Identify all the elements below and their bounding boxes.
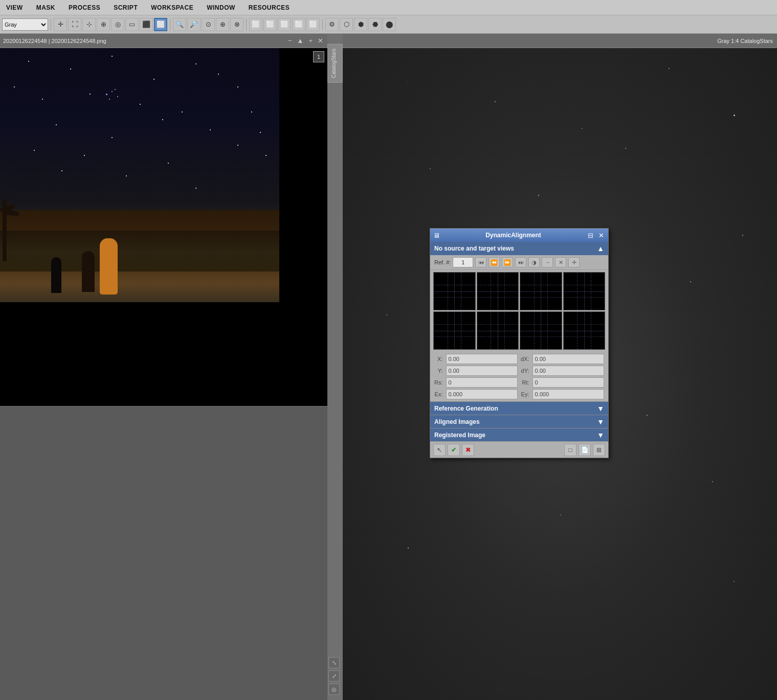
toolbar-zoom-1-btn[interactable]: ⊙: [202, 18, 215, 31]
registered-image-header[interactable]: Registered Image ▼: [430, 428, 608, 441]
left-expand-btn[interactable]: ▲: [296, 37, 305, 44]
toolbar-zoom-3-btn[interactable]: ⊗: [230, 18, 243, 31]
dialog-minimize-btn[interactable]: ⊟: [587, 232, 594, 239]
side-resize-icon-2[interactable]: ⤢: [328, 670, 340, 682]
left-panel-bottom: [0, 406, 327, 700]
ref-arrow-btn[interactable]: →: [542, 257, 553, 267]
toolbar-fullscreen-btn[interactable]: ⛶: [68, 18, 81, 31]
side-resize-icon-1[interactable]: ⤡: [328, 657, 340, 668]
menu-process[interactable]: PROCESS: [66, 3, 102, 12]
toolbar-center-btn[interactable]: ⊕: [97, 18, 110, 31]
dialog-title-icon: 🖥: [433, 232, 440, 239]
toolbar-sep-2: [170, 18, 170, 31]
toolbar-sep-3: [246, 18, 247, 31]
toolbar-target-btn[interactable]: ◎: [111, 18, 124, 31]
toolbar-zoom-out-btn[interactable]: 🔎: [187, 18, 201, 31]
rt-label: Rt:: [521, 379, 529, 386]
y-label: Y:: [434, 368, 443, 374]
figure-orange-jacket: [100, 238, 118, 295]
grid-cell-1: [433, 272, 476, 310]
menubar: VIEW MASK PROCESS SCRIPT WORKSPACE WINDO…: [0, 0, 777, 15]
menu-mask[interactable]: MASK: [34, 3, 57, 12]
reference-generation-header[interactable]: Reference Generation ▼: [430, 401, 608, 415]
dialog-arrow-btn[interactable]: ↖: [433, 444, 446, 456]
toolbar-frame-btn[interactable]: ⬛: [140, 18, 153, 31]
x-input[interactable]: [446, 354, 518, 364]
side-tabs: CatalogStars ⤡ ⤢ ◎: [327, 34, 343, 700]
toolbar-action-btn2[interactable]: ⬡: [340, 18, 353, 31]
toolbar-crosshair-btn[interactable]: ✛: [54, 18, 67, 31]
dynamic-alignment-dialog: 🖥 DynamicAlignment ⊟ ✕ No source and tar…: [430, 228, 609, 458]
dx-label: dX:: [521, 356, 529, 362]
toolbar-zoom-in-btn[interactable]: 🔍: [173, 18, 186, 31]
toolbar-rect-btn[interactable]: ▭: [125, 18, 139, 31]
figure-silhouette-1: [82, 251, 95, 292]
dx-input[interactable]: [532, 354, 605, 364]
dialog-grid-btn[interactable]: ⊞: [593, 444, 605, 456]
dialog-bottom-right: □ 📄 ⊞: [564, 444, 605, 456]
status-collapse-btn[interactable]: ▲: [597, 244, 604, 253]
status-text: No source and target views: [434, 245, 514, 252]
menu-view[interactable]: VIEW: [4, 3, 25, 12]
dialog-cancel-btn[interactable]: ✖: [462, 444, 474, 456]
dialog-square-btn[interactable]: □: [564, 444, 576, 456]
toolbar-window-btn5[interactable]: ⬜: [306, 18, 320, 31]
grid-cell-5: [433, 311, 476, 350]
left-titlebar: 20200126224548 | 20200126224548.png − ▲ …: [0, 34, 327, 48]
dialog-close-btn[interactable]: ✕: [597, 232, 605, 239]
ref-prev-btn[interactable]: ⏪: [489, 257, 500, 267]
toolbar-active-btn[interactable]: ⬜: [154, 18, 167, 31]
image-number-badge: 1: [313, 51, 324, 62]
ref-input[interactable]: [453, 257, 473, 267]
menu-workspace[interactable]: WORKSPACE: [149, 3, 195, 12]
aligned-images-arrow: ▼: [597, 418, 604, 426]
toolbar-window-btn3[interactable]: ⬜: [278, 18, 291, 31]
ref-cross-btn[interactable]: ✕: [555, 257, 566, 267]
toolbar-window-btn1[interactable]: ⬜: [249, 18, 262, 31]
reference-generation-arrow: ▼: [597, 404, 604, 413]
water-reflection: [0, 231, 279, 272]
colorspace-select[interactable]: Gray RGB L*a*b*: [2, 18, 48, 31]
y-input[interactable]: [446, 366, 518, 376]
toolbar-sep-1: [51, 18, 51, 31]
toolbar-action-btn4[interactable]: ⬣: [368, 18, 382, 31]
dialog-page-btn[interactable]: 📄: [579, 444, 591, 456]
grid-cell-7: [520, 311, 562, 350]
toolbar-zoom-2-btn[interactable]: ⊕: [216, 18, 229, 31]
menu-resources[interactable]: RESOURCES: [247, 3, 292, 12]
rs-label: Rs:: [434, 379, 443, 386]
toolbar-action-btn3[interactable]: ⬢: [354, 18, 367, 31]
ref-row: Ref. #: ⏮ ⏪ ⏩ ⏭ ◑ → ✕ ✛: [430, 255, 608, 270]
ref-last-btn[interactable]: ⏭: [515, 257, 526, 267]
menu-window[interactable]: WINDOW: [205, 3, 237, 12]
toolbar-action-btn5[interactable]: ⬤: [383, 18, 396, 31]
rt-input[interactable]: [532, 377, 605, 388]
right-titlebar: Gray 1:4 CatalogStars: [343, 34, 777, 48]
ref-first-btn[interactable]: ⏮: [475, 257, 486, 267]
toolbar-action-btn1[interactable]: ⚙: [325, 18, 339, 31]
aligned-images-header[interactable]: Aligned Images ▼: [430, 415, 608, 428]
toolbar-window-btn4[interactable]: ⬜: [292, 18, 305, 31]
main-area: 20200126224548 | 20200126224548.png − ▲ …: [0, 34, 777, 700]
catalog-stars-tab[interactable]: CatalogStars: [327, 44, 343, 83]
ref-crosshair-btn[interactable]: ✛: [568, 257, 580, 267]
toolbar-window-btn2[interactable]: ⬜: [263, 18, 277, 31]
ref-halfcircle-btn[interactable]: ◑: [528, 257, 540, 267]
ey-input[interactable]: [532, 389, 605, 399]
left-minimize-btn[interactable]: −: [287, 37, 293, 44]
ref-next-btn[interactable]: ⏩: [502, 257, 513, 267]
dialog-ok-btn[interactable]: ✔: [448, 444, 460, 456]
rs-input[interactable]: [446, 377, 518, 388]
side-circle-icon[interactable]: ◎: [328, 684, 340, 695]
menu-script[interactable]: SCRIPT: [112, 3, 140, 12]
grid-cell-4: [563, 272, 606, 310]
night-sky-background: [0, 48, 279, 302]
left-close-btn[interactable]: ✕: [317, 37, 324, 44]
side-icon-area: ⤡ ⤢ ◎: [328, 657, 340, 695]
toolbar-fit-btn[interactable]: ⊹: [82, 18, 96, 31]
registered-image-arrow: ▼: [597, 431, 604, 439]
left-plus-btn[interactable]: +: [307, 37, 314, 44]
ex-label: Ex:: [434, 391, 443, 397]
ex-input[interactable]: [446, 389, 518, 399]
dy-input[interactable]: [532, 366, 605, 376]
